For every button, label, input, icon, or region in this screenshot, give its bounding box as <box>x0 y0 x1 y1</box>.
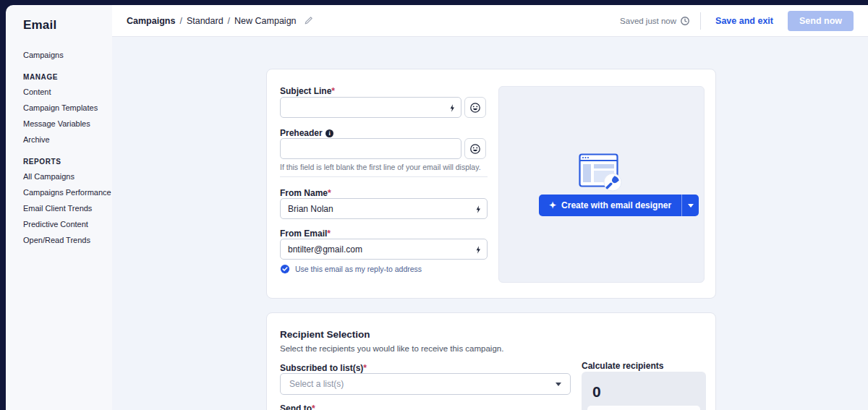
sidebar-section-reports: REPORTS <box>23 158 112 166</box>
top-header: Campaigns / Standard / New Campaign Save… <box>112 5 868 37</box>
recipient-selection-card: Recipient Selection Select the recipient… <box>266 312 716 410</box>
create-designer-label: Create with email designer <box>561 200 671 210</box>
breadcrumb-separator: / <box>179 16 182 26</box>
saved-status: Saved just now <box>620 16 690 26</box>
content-area: Subject Line* Preheader i <box>112 37 868 410</box>
breadcrumb: Campaigns / Standard / New Campaign <box>127 16 313 26</box>
list-select-dropdown[interactable]: Select a list(s) <box>280 373 571 395</box>
create-with-email-designer-button[interactable]: ✦ Create with email designer <box>539 195 699 216</box>
saved-status-text: Saved just now <box>620 17 676 25</box>
history-clock-icon <box>680 16 690 26</box>
email-designer-panel: ✦ Create with email designer <box>498 86 705 283</box>
breadcrumb-campaigns[interactable]: Campaigns <box>127 16 175 26</box>
preheader-input[interactable] <box>280 138 461 159</box>
preheader-info-icon[interactable]: i <box>326 129 333 137</box>
subscribed-lists-label: Subscribed to list(s) <box>280 363 363 373</box>
sidebar: Email Campaigns MANAGE Content Campaign … <box>6 5 112 410</box>
required-asterisk: * <box>328 188 331 198</box>
breadcrumb-current: New Campaign <box>234 16 296 26</box>
from-name-input[interactable] <box>280 198 488 219</box>
checkbox-checked-icon <box>280 264 290 274</box>
required-asterisk: * <box>331 86 335 96</box>
sidebar-item-archive[interactable]: Archive <box>23 132 112 148</box>
recipient-count: 0 <box>592 383 601 401</box>
sidebar-item-predictive-content[interactable]: Predictive Content <box>23 216 112 232</box>
header-divider <box>700 12 701 30</box>
sidebar-item-email-client-trends[interactable]: Email Client Trends <box>23 200 112 216</box>
designer-dropdown-toggle[interactable] <box>682 195 699 216</box>
preheader-helper-text: If this field is left blank the first li… <box>280 163 490 171</box>
sparkle-icon: ✦ <box>549 200 556 210</box>
breadcrumb-standard[interactable]: Standard <box>187 16 224 26</box>
from-email-label: From Email <box>280 229 327 239</box>
send-now-button[interactable]: Send now <box>788 11 854 31</box>
from-email-input[interactable] <box>280 239 488 260</box>
breadcrumb-separator: / <box>228 16 230 26</box>
calculate-recipients-title: Calculate recipients <box>582 361 663 371</box>
from-name-label: From Name <box>280 188 328 198</box>
app-title: Email <box>6 5 112 33</box>
subject-line-input[interactable] <box>280 97 461 118</box>
form-divider <box>280 176 488 177</box>
list-select-placeholder: Select a list(s) <box>289 379 344 389</box>
personalize-bolt-icon[interactable] <box>475 244 481 257</box>
sidebar-item-campaigns-performance[interactable]: Campaigns Performance <box>23 184 112 200</box>
calculate-recipients-panel: 0 <box>582 372 706 410</box>
subject-line-label: Subject Line <box>280 86 331 96</box>
smiley-icon <box>469 102 481 114</box>
recipient-section-title: Recipient Selection <box>280 329 370 340</box>
personalize-bolt-icon[interactable] <box>475 204 481 217</box>
sidebar-item-open-read-trends[interactable]: Open/Read Trends <box>23 232 112 248</box>
sidebar-section-manage: MANAGE <box>23 73 112 81</box>
edit-campaign-name-icon[interactable] <box>304 16 313 25</box>
preheader-emoji-button[interactable] <box>464 138 486 159</box>
send-to-label: Send to <box>280 403 312 410</box>
required-asterisk: * <box>312 403 315 410</box>
reply-to-checkbox-label: Use this email as my reply-to address <box>295 265 422 273</box>
required-asterisk: * <box>327 229 331 239</box>
sidebar-item-message-variables[interactable]: Message Variables <box>23 116 112 132</box>
chevron-down-icon <box>688 204 694 208</box>
sidebar-item-all-campaigns[interactable]: All Campaigns <box>23 168 112 184</box>
required-asterisk: * <box>363 363 367 373</box>
campaign-details-card: Subject Line* Preheader i <box>266 69 716 299</box>
subject-emoji-button[interactable] <box>464 97 486 118</box>
email-designer-illustration <box>579 153 626 192</box>
smiley-icon <box>469 143 481 155</box>
calculate-recipients-button[interactable] <box>587 406 700 410</box>
preheader-label: Preheader <box>280 128 323 138</box>
save-and-exit-button[interactable]: Save and exit <box>711 16 778 26</box>
reply-to-checkbox[interactable]: Use this email as my reply-to address <box>280 264 422 274</box>
sidebar-item-campaign-templates[interactable]: Campaign Templates <box>23 100 112 116</box>
recipient-section-subtitle: Select the recipients you would like to … <box>280 344 503 353</box>
sidebar-item-content[interactable]: Content <box>23 84 112 100</box>
sidebar-item-campaigns[interactable]: Campaigns <box>23 47 112 63</box>
chevron-down-icon <box>556 383 561 386</box>
personalize-bolt-icon[interactable] <box>449 103 455 116</box>
